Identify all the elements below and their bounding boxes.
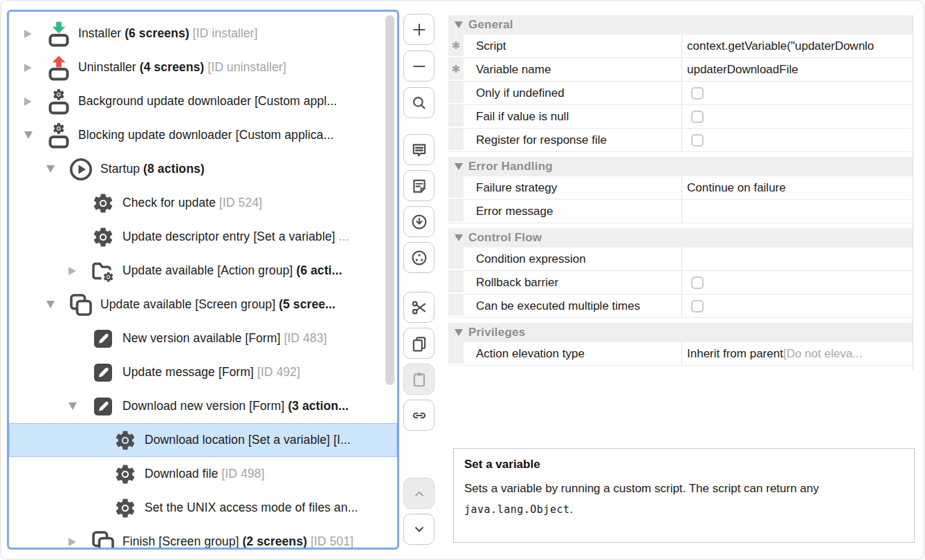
tree-item-label: Set the UNIX access mode of files an... <box>145 501 358 515</box>
tree-item-label: Check for update [ID 524] <box>122 196 262 210</box>
expand-arrow-icon[interactable] <box>46 301 67 308</box>
startup-icon <box>67 156 95 183</box>
search-button[interactable] <box>403 87 434 118</box>
property-label: Error message <box>464 200 681 223</box>
tree-item-label: Update descriptor entry [Set a variable]… <box>122 230 349 244</box>
property-value[interactable] <box>681 248 913 270</box>
checkbox[interactable] <box>691 111 704 123</box>
properties-table: General✱Scriptcontext.getVariable("updat… <box>448 15 913 371</box>
property-row-rollback-barrier: Rollback barrier <box>448 271 913 295</box>
tree-item-update-descriptor-entry-set-a-va[interactable]: Update descriptor entry [Set a variable]… <box>9 220 397 254</box>
tree-item-background-update-downloader-cus[interactable]: Background update downloader [Custom app… <box>9 84 397 118</box>
checkbox[interactable] <box>691 134 704 147</box>
property-value[interactable] <box>681 271 913 294</box>
move-down-button[interactable] <box>403 514 434 545</box>
copy-button[interactable] <box>403 328 434 359</box>
tree-item-installer[interactable]: Installer (6 screens) [ID installer] <box>9 17 397 50</box>
expand-arrow-icon[interactable] <box>46 165 67 173</box>
collapse-triangle-icon[interactable] <box>455 163 463 170</box>
tree-item-download-file[interactable]: Download file [ID 498] <box>9 457 397 491</box>
section-header-privileges[interactable]: Privileges <box>448 323 913 342</box>
property-value[interactable] <box>681 200 913 223</box>
expand-arrow-icon[interactable] <box>68 538 89 546</box>
collapse-triangle-icon[interactable] <box>455 329 463 336</box>
expand-arrow-icon[interactable] <box>24 97 45 106</box>
section-header-error-handling[interactable]: Error Handling <box>448 157 913 176</box>
property-value[interactable]: updaterDownloadFile <box>681 58 913 81</box>
checkbox[interactable] <box>691 300 704 312</box>
action-gear-icon <box>111 460 139 488</box>
property-value[interactable]: Continue on failure <box>681 176 913 199</box>
property-label: Fail if value is null <box>464 105 681 128</box>
add-button[interactable] <box>403 14 434 45</box>
uninstaller-icon <box>45 54 73 82</box>
tree-item-label: Update available [Screen group] (5 scree… <box>100 297 336 312</box>
section-control-flow: Control FlowCondition expressionRollback… <box>448 228 913 318</box>
paste-button <box>403 364 434 395</box>
property-value-text: updaterDownloadFile <box>687 63 798 77</box>
section-title: General <box>468 18 513 32</box>
action-gear-icon <box>89 189 117 217</box>
search-icon <box>410 94 428 112</box>
tree-item-label: Update message [Form] [ID 492] <box>122 365 300 380</box>
download-circle-button[interactable] <box>403 206 434 237</box>
remove-button[interactable] <box>403 50 434 82</box>
property-value-muted-text: [Do not eleva... <box>783 347 862 361</box>
tree-scrollbar-thumb[interactable] <box>385 15 394 385</box>
custom-app-icon <box>45 88 73 115</box>
link-button[interactable] <box>403 400 434 431</box>
tree-item-startup[interactable]: Startup (8 actions) <box>9 152 397 186</box>
copy-icon <box>410 335 428 353</box>
required-marker <box>448 248 464 270</box>
property-row-action-elevation-type: Action elevation typeInherit from parent… <box>448 342 913 366</box>
socket-icon <box>410 249 428 267</box>
tree-item-download-location-set-a-variable[interactable]: Download location [Set a variable] [I... <box>9 423 397 457</box>
required-marker <box>448 176 464 199</box>
tree-item-update-message-form[interactable]: Update message [Form] [ID 492] <box>9 355 397 389</box>
section-header-control-flow[interactable]: Control Flow <box>448 228 913 248</box>
tree-item-new-version-available-form[interactable]: New version available [Form] [ID 483] <box>9 321 397 355</box>
tree-item-update-available-action-group[interactable]: Update available [Action group] (6 acti.… <box>9 254 397 288</box>
tree-item-label: Download location [Set a variable] [I... <box>145 433 351 447</box>
collapse-triangle-icon[interactable] <box>455 234 463 241</box>
property-value[interactable]: Inherit from parent [Do not eleva... <box>681 342 913 365</box>
property-value[interactable] <box>681 82 913 104</box>
tree-item-update-available-screen-group[interactable]: Update available [Screen group] (5 scree… <box>9 288 397 321</box>
expand-arrow-icon[interactable] <box>68 267 89 275</box>
tree-item-label: Uninstaller (4 screens) [ID uninstaller] <box>78 60 286 75</box>
tree-item-set-the-unix-access-mode-of-file[interactable]: Set the UNIX access mode of files an... <box>9 491 397 525</box>
property-row-fail-if-value-is-null: Fail if value is null <box>448 105 913 129</box>
comment-icon <box>410 141 428 159</box>
checkbox[interactable] <box>691 87 704 100</box>
tree-item-label: Update available [Action group] (6 acti.… <box>122 263 342 278</box>
expand-arrow-icon[interactable] <box>24 64 45 72</box>
expand-arrow-icon[interactable] <box>24 131 45 139</box>
property-row-error-message: Error message <box>448 200 913 223</box>
property-value[interactable] <box>681 129 913 151</box>
property-row-can-be-executed-multiple-times: Can be executed multiple times <box>448 295 913 318</box>
tree-item-blocking-update-downloader-custo[interactable]: Blocking update downloader [Custom appli… <box>9 118 397 152</box>
checkbox[interactable] <box>691 277 704 289</box>
property-row-register-for-response-file: Register for response file <box>448 129 913 152</box>
tree-item-finish-screen-group[interactable]: Finish [Screen group] (2 screens) [ID 50… <box>9 525 397 550</box>
property-value[interactable] <box>681 295 913 317</box>
collapse-triangle-icon[interactable] <box>455 21 463 28</box>
tree-item-download-new-version-form[interactable]: Download new version [Form] (3 action... <box>9 389 397 423</box>
socket-button[interactable] <box>403 242 434 273</box>
property-value[interactable] <box>681 105 913 128</box>
note-button[interactable] <box>403 170 434 201</box>
tree-item-uninstaller[interactable]: Uninstaller (4 screens) [ID uninstaller] <box>9 50 397 84</box>
tree-item-label: Blocking update downloader [Custom appli… <box>78 128 333 142</box>
tree-item-label: Download file [ID 498] <box>145 467 264 481</box>
required-asterisk-icon: ✱ <box>448 58 464 81</box>
expand-arrow-icon[interactable] <box>68 402 89 410</box>
tree-item-check-for-update[interactable]: Check for update [ID 524] <box>9 186 397 220</box>
property-value[interactable]: context.getVariable("updaterDownlo <box>681 35 913 57</box>
property-label: Condition expression <box>464 248 681 270</box>
property-row-failure-strategy: Failure strategyContinue on failure <box>448 176 913 200</box>
custom-app-icon <box>45 122 73 149</box>
expand-arrow-icon[interactable] <box>24 30 45 38</box>
section-header-general[interactable]: General <box>448 15 913 35</box>
comment-button[interactable] <box>403 134 434 165</box>
cut-button[interactable] <box>403 292 434 323</box>
